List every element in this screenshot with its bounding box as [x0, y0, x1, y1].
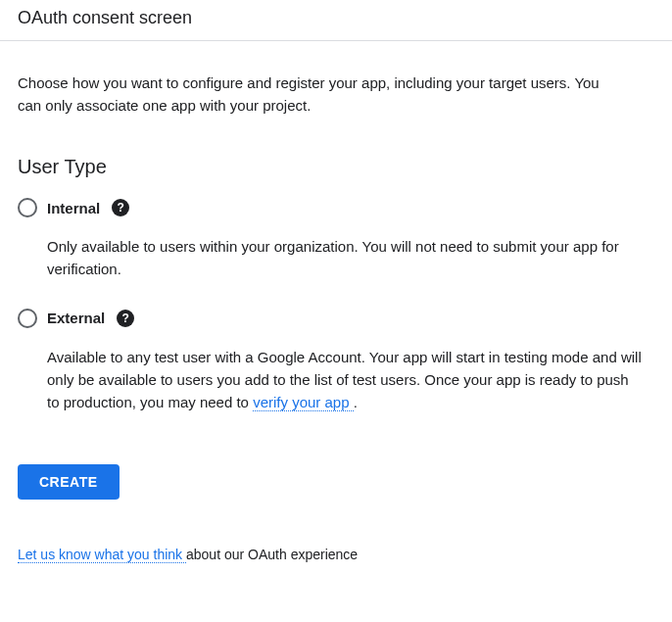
radio-external-label: External: [47, 310, 105, 326]
option-external-row: External ?: [18, 309, 654, 328]
content-area: Choose how you want to configure and reg…: [0, 41, 672, 580]
user-type-heading: User Type: [18, 156, 654, 178]
help-icon[interactable]: ?: [117, 310, 134, 327]
create-button[interactable]: CREATE: [18, 464, 120, 500]
radio-internal-label: Internal: [47, 200, 100, 216]
external-desc-suffix: .: [354, 394, 358, 410]
intro-text: Choose how you want to configure and reg…: [18, 72, 625, 117]
option-external: External ? Available to any test user wi…: [18, 309, 654, 414]
internal-description: Only available to users within your orga…: [47, 235, 645, 281]
verify-app-link[interactable]: verify your app: [253, 394, 354, 411]
feedback-row: Let us know what you think about our OAu…: [18, 547, 654, 562]
help-icon[interactable]: ?: [112, 199, 129, 216]
option-internal-row: Internal ?: [18, 198, 654, 217]
external-description: Available to any test user with a Google…: [47, 346, 645, 414]
page-title: OAuth consent screen: [18, 8, 654, 28]
option-internal: Internal ? Only available to users withi…: [18, 198, 654, 281]
radio-internal[interactable]: [18, 198, 37, 217]
feedback-link[interactable]: Let us know what you think: [18, 547, 186, 563]
page-header: OAuth consent screen: [0, 0, 672, 41]
feedback-suffix: about our OAuth experience: [186, 547, 358, 562]
radio-external[interactable]: [18, 309, 37, 328]
